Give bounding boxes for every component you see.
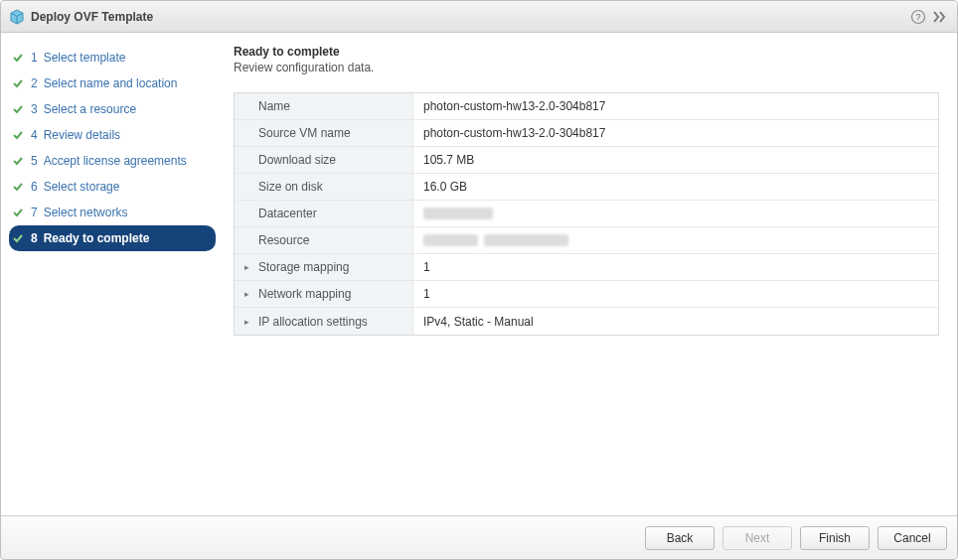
step-select-resource[interactable]: 3 Select a resource: [9, 96, 216, 122]
row-label: Datacenter: [235, 201, 413, 226]
redacted-value: [423, 234, 478, 246]
row-network-mapping[interactable]: ▸ Network mapping 1: [235, 281, 938, 308]
step-number: 5: [31, 154, 38, 168]
check-icon: [11, 51, 25, 65]
check-icon: [11, 76, 25, 90]
cancel-button[interactable]: Cancel: [878, 526, 947, 550]
check-icon: [11, 206, 25, 219]
row-label: Download size: [235, 147, 413, 173]
step-label: Ready to complete: [44, 231, 150, 245]
step-number: 1: [31, 51, 38, 65]
step-number: 2: [31, 76, 38, 90]
expand-triangle-icon[interactable]: ▸: [244, 317, 252, 327]
row-label: ▸ Network mapping: [235, 281, 413, 307]
row-value: 16.0 GB: [413, 180, 938, 194]
step-number: 4: [31, 128, 38, 142]
row-label: Resource: [235, 227, 413, 253]
row-value: 1: [413, 287, 938, 301]
check-icon: [11, 128, 25, 142]
row-value-redacted: [413, 234, 938, 246]
row-value: photon-custom-hw13-2.0-304b817: [413, 126, 938, 140]
finish-button[interactable]: Finish: [800, 526, 870, 550]
wizard-steps-sidebar: 1 Select template 2 Select name and loca…: [1, 33, 224, 515]
check-icon: [11, 154, 25, 168]
row-ip-allocation[interactable]: ▸ IP allocation settings IPv4, Static - …: [235, 308, 938, 335]
page-subtitle: Review configuration data.: [234, 61, 939, 74]
step-ready-to-complete[interactable]: 8 Ready to complete: [9, 225, 216, 251]
step-number: 7: [31, 206, 38, 219]
expand-icon[interactable]: [931, 8, 949, 26]
row-label: ▸ IP allocation settings: [235, 308, 413, 335]
row-value: 1: [413, 260, 938, 274]
step-label: Select name and location: [44, 76, 178, 90]
step-number: 8: [31, 231, 38, 245]
row-label: Name: [235, 93, 413, 119]
step-select-name-location[interactable]: 2 Select name and location: [9, 70, 216, 96]
titlebar: Deploy OVF Template ?: [1, 1, 957, 33]
row-storage-mapping[interactable]: ▸ Storage mapping 1: [235, 254, 938, 281]
redacted-value: [423, 208, 493, 219]
step-label: Accept license agreements: [44, 154, 187, 168]
row-datacenter: Datacenter: [235, 201, 938, 227]
ovf-cube-icon: [9, 9, 25, 25]
redacted-value: [484, 234, 568, 246]
back-button[interactable]: Back: [645, 526, 715, 550]
step-label: Select template: [44, 51, 126, 65]
step-select-storage[interactable]: 6 Select storage: [9, 174, 216, 200]
check-icon: [11, 231, 25, 245]
row-size-on-disk: Size on disk 16.0 GB: [235, 174, 938, 201]
help-icon[interactable]: ?: [909, 8, 927, 26]
svg-text:?: ?: [915, 12, 920, 22]
check-icon: [11, 102, 25, 116]
next-button: Next: [722, 526, 792, 550]
row-source-vm: Source VM name photon-custom-hw13-2.0-30…: [235, 120, 938, 147]
step-accept-license[interactable]: 5 Accept license agreements: [9, 148, 216, 174]
step-label: Select networks: [44, 206, 128, 219]
step-number: 6: [31, 180, 38, 194]
step-label: Select storage: [44, 180, 120, 194]
footer-button-bar: Back Next Finish Cancel: [1, 515, 957, 559]
row-download-size: Download size 105.7 MB: [235, 147, 938, 174]
summary-table: Name photon-custom-hw13-2.0-304b817 Sour…: [234, 92, 939, 336]
row-resource: Resource: [235, 227, 938, 254]
wizard-dialog: Deploy OVF Template ? 1 Select template: [0, 0, 958, 560]
main-panel: Ready to complete Review configuration d…: [224, 33, 957, 515]
row-name: Name photon-custom-hw13-2.0-304b817: [235, 93, 938, 120]
expand-triangle-icon[interactable]: ▸: [244, 262, 252, 272]
step-label: Review details: [44, 128, 120, 142]
dialog-body: 1 Select template 2 Select name and loca…: [1, 33, 957, 515]
row-value: photon-custom-hw13-2.0-304b817: [413, 99, 938, 113]
dialog-title: Deploy OVF Template: [31, 10, 153, 24]
step-label: Select a resource: [44, 102, 136, 116]
page-title: Ready to complete: [234, 45, 939, 59]
row-value: IPv4, Static - Manual: [413, 315, 938, 329]
row-label: ▸ Storage mapping: [235, 254, 413, 280]
row-value-redacted: [413, 208, 938, 219]
step-number: 3: [31, 102, 38, 116]
row-label: Size on disk: [235, 174, 413, 200]
step-select-networks[interactable]: 7 Select networks: [9, 200, 216, 225]
check-icon: [11, 180, 25, 194]
row-value: 105.7 MB: [413, 153, 938, 167]
step-review-details[interactable]: 4 Review details: [9, 122, 216, 148]
expand-triangle-icon[interactable]: ▸: [244, 289, 252, 299]
step-select-template[interactable]: 1 Select template: [9, 45, 216, 70]
row-label: Source VM name: [235, 120, 413, 146]
